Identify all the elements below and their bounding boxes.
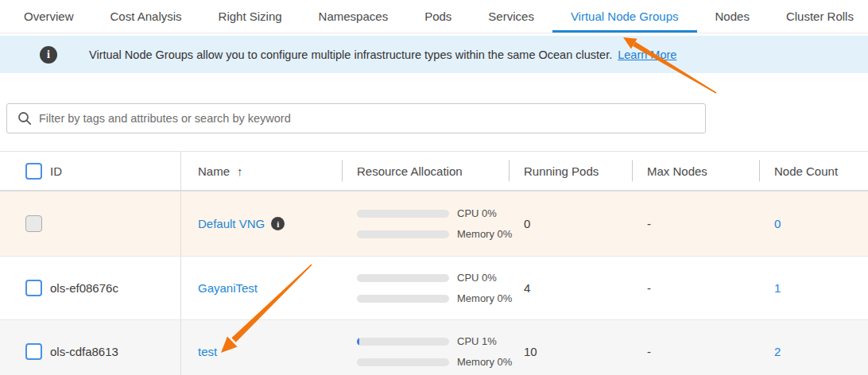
select-all-checkbox[interactable]	[25, 163, 42, 180]
column-header-max-nodes[interactable]: Max Nodes	[632, 152, 759, 190]
vng-name-link[interactable]: Default VNG	[198, 217, 265, 230]
running-pods-value: 0	[524, 217, 530, 230]
table-row-default-vng: Default VNG i CPU 0% Memory 0% 0 - 0	[0, 191, 868, 257]
column-header-node-count[interactable]: Node Count	[759, 152, 868, 190]
memory-usage-bar	[357, 230, 449, 238]
tab-cluster-rolls[interactable]: Cluster Rolls	[768, 0, 868, 33]
cpu-usage-bar	[357, 210, 449, 218]
column-header-resource-allocation[interactable]: Resource Allocation	[342, 152, 509, 190]
vng-table: ID Name ↑ Resource Allocation Running Po…	[0, 151, 868, 375]
memory-usage-bar	[357, 295, 449, 303]
search-icon	[17, 111, 32, 126]
memory-label: Memory 0%	[457, 228, 512, 240]
column-header-name[interactable]: Name ↑	[181, 152, 342, 190]
table-row-gayanitest: ols-ef08676c GayaniTest CPU 0% Memory 0%…	[0, 257, 868, 320]
learn-more-link[interactable]: Learn More	[618, 48, 676, 61]
info-icon[interactable]: i	[271, 217, 285, 230]
tab-virtual-node-groups[interactable]: Virtual Node Groups	[552, 0, 697, 33]
table-row-test: ols-cdfa8613 test CPU 1% Memory 0% 10 - …	[0, 320, 868, 375]
row-checkbox[interactable]	[25, 343, 42, 360]
tab-cost-analysis[interactable]: Cost Analysis	[92, 0, 200, 33]
cpu-label: CPU 0%	[457, 207, 497, 219]
memory-label: Memory 0%	[457, 292, 512, 304]
node-count-link[interactable]: 0	[774, 217, 781, 230]
column-header-running-pods[interactable]: Running Pods	[509, 152, 632, 190]
max-nodes-value: -	[647, 217, 651, 230]
vng-name-link[interactable]: test	[198, 345, 217, 358]
info-banner: i Virtual Node Groups allow you to confi…	[0, 36, 868, 73]
cpu-label: CPU 0%	[457, 272, 497, 284]
search-input[interactable]	[39, 104, 705, 133]
row-checkbox[interactable]	[25, 215, 42, 232]
memory-usage-bar	[357, 358, 449, 366]
cpu-usage-bar	[357, 274, 449, 282]
tab-services[interactable]: Services	[470, 0, 552, 33]
row-checkbox[interactable]	[25, 280, 42, 296]
vng-name-link[interactable]: GayaniTest	[198, 281, 258, 295]
memory-label: Memory 0%	[457, 356, 512, 368]
tab-overview[interactable]: Overview	[6, 0, 92, 33]
tab-right-sizing[interactable]: Right Sizing	[200, 0, 300, 33]
running-pods-value: 4	[524, 281, 530, 295]
tab-pods[interactable]: Pods	[406, 0, 470, 33]
sort-ascending-icon: ↑	[237, 164, 243, 178]
running-pods-value: 10	[524, 345, 537, 358]
table-header-row: ID Name ↑ Resource Allocation Running Po…	[0, 152, 868, 191]
max-nodes-value: -	[647, 345, 651, 358]
row-id: ols-ef08676c	[50, 281, 118, 295]
max-nodes-value: -	[647, 281, 651, 295]
node-count-link[interactable]: 1	[774, 281, 781, 295]
tab-namespaces[interactable]: Namespaces	[300, 0, 407, 33]
row-id: ols-cdfa8613	[50, 345, 118, 358]
tab-nodes[interactable]: Nodes	[697, 0, 768, 33]
cluster-tab-bar: Overview Cost Analysis Right Sizing Name…	[0, 0, 868, 33]
node-count-link[interactable]: 2	[774, 345, 781, 358]
info-icon: i	[40, 46, 57, 64]
cpu-label: CPU 1%	[457, 335, 497, 347]
banner-text: Virtual Node Groups allow you to configu…	[89, 48, 612, 61]
filter-search-box	[6, 103, 706, 133]
column-header-id[interactable]: ID	[48, 152, 181, 190]
cpu-usage-bar	[357, 338, 449, 346]
